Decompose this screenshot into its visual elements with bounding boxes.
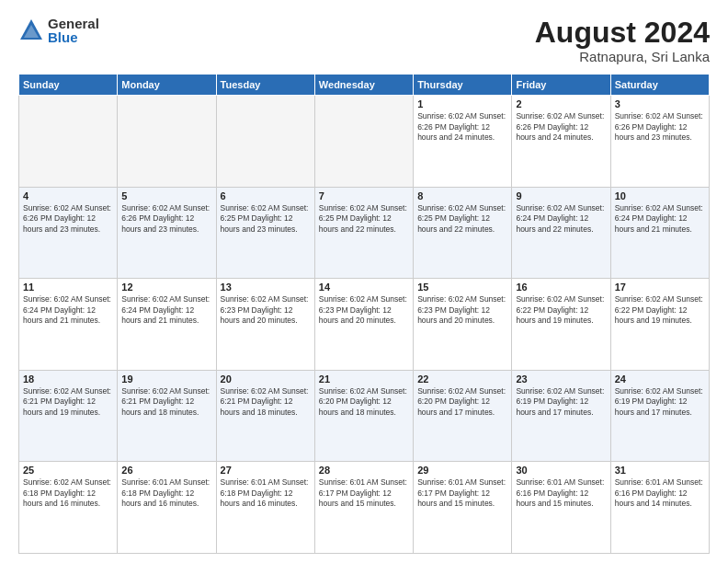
logo-icon: [18, 17, 44, 43]
calendar-body: 1Sunrise: 6:02 AM Sunset: 6:26 PM Daylig…: [19, 96, 710, 554]
day-number: 13: [221, 282, 311, 293]
day-number: 10: [615, 190, 705, 201]
day-info: Sunrise: 6:02 AM Sunset: 6:20 PM Dayligh…: [319, 386, 409, 418]
day-info: Sunrise: 6:02 AM Sunset: 6:19 PM Dayligh…: [615, 386, 705, 418]
table-row: 10Sunrise: 6:02 AM Sunset: 6:24 PM Dayli…: [610, 187, 709, 279]
main-title: August 2024: [535, 17, 710, 49]
day-number: 3: [615, 98, 705, 109]
day-number: 16: [516, 282, 606, 293]
day-number: 26: [121, 465, 211, 476]
day-info: Sunrise: 6:02 AM Sunset: 6:18 PM Dayligh…: [23, 477, 113, 509]
day-number: 23: [516, 373, 606, 385]
calendar: Sunday Monday Tuesday Wednesday Thursday…: [18, 74, 710, 554]
day-info: Sunrise: 6:02 AM Sunset: 6:24 PM Dayligh…: [615, 203, 705, 235]
day-info: Sunrise: 6:01 AM Sunset: 6:18 PM Dayligh…: [121, 477, 211, 509]
day-info: Sunrise: 6:02 AM Sunset: 6:21 PM Dayligh…: [23, 386, 113, 418]
day-number: 14: [319, 282, 409, 293]
day-number: 27: [221, 465, 311, 476]
table-row: 3Sunrise: 6:02 AM Sunset: 6:26 PM Daylig…: [610, 96, 709, 188]
table-row: 30Sunrise: 6:01 AM Sunset: 6:16 PM Dayli…: [512, 462, 610, 554]
day-info: Sunrise: 6:01 AM Sunset: 6:17 PM Dayligh…: [319, 477, 409, 509]
table-row: 28Sunrise: 6:01 AM Sunset: 6:17 PM Dayli…: [314, 462, 413, 554]
day-info: Sunrise: 6:02 AM Sunset: 6:24 PM Dayligh…: [121, 294, 211, 326]
col-tuesday: Tuesday: [216, 75, 314, 96]
day-info: Sunrise: 6:02 AM Sunset: 6:25 PM Dayligh…: [319, 203, 409, 235]
day-info: Sunrise: 6:02 AM Sunset: 6:22 PM Dayligh…: [516, 294, 606, 326]
col-saturday: Saturday: [610, 75, 709, 96]
day-number: 25: [23, 465, 113, 476]
calendar-week-5: 25Sunrise: 6:02 AM Sunset: 6:18 PM Dayli…: [19, 462, 710, 554]
logo-blue: Blue: [48, 30, 99, 44]
header: General Blue August 2024 Ratnapura, Sri …: [18, 17, 710, 64]
day-number: 5: [121, 190, 211, 201]
header-row: Sunday Monday Tuesday Wednesday Thursday…: [19, 75, 710, 96]
day-info: Sunrise: 6:02 AM Sunset: 6:21 PM Dayligh…: [221, 386, 311, 418]
day-info: Sunrise: 6:02 AM Sunset: 6:25 PM Dayligh…: [417, 203, 507, 235]
table-row: 4Sunrise: 6:02 AM Sunset: 6:26 PM Daylig…: [19, 187, 118, 279]
calendar-week-3: 11Sunrise: 6:02 AM Sunset: 6:24 PM Dayli…: [19, 279, 710, 371]
day-info: Sunrise: 6:01 AM Sunset: 6:16 PM Dayligh…: [615, 477, 705, 509]
day-number: 24: [615, 373, 705, 385]
table-row: [19, 96, 118, 188]
table-row: 1Sunrise: 6:02 AM Sunset: 6:26 PM Daylig…: [414, 96, 512, 188]
day-number: 7: [319, 190, 409, 201]
day-info: Sunrise: 6:02 AM Sunset: 6:19 PM Dayligh…: [516, 386, 606, 418]
day-info: Sunrise: 6:02 AM Sunset: 6:26 PM Dayligh…: [417, 111, 507, 143]
page: General Blue August 2024 Ratnapura, Sri …: [0, 0, 728, 563]
day-info: Sunrise: 6:01 AM Sunset: 6:16 PM Dayligh…: [516, 477, 606, 509]
day-info: Sunrise: 6:02 AM Sunset: 6:26 PM Dayligh…: [516, 111, 606, 143]
day-number: 4: [23, 190, 113, 201]
table-row: 6Sunrise: 6:02 AM Sunset: 6:25 PM Daylig…: [216, 187, 314, 279]
logo-text: General Blue: [48, 17, 99, 44]
day-number: 29: [417, 465, 507, 476]
day-info: Sunrise: 6:02 AM Sunset: 6:24 PM Dayligh…: [516, 203, 606, 235]
day-number: 9: [516, 190, 606, 201]
day-number: 18: [23, 373, 113, 385]
day-number: 28: [319, 465, 409, 476]
table-row: 13Sunrise: 6:02 AM Sunset: 6:23 PM Dayli…: [216, 279, 314, 371]
table-row: 9Sunrise: 6:02 AM Sunset: 6:24 PM Daylig…: [512, 187, 610, 279]
day-info: Sunrise: 6:02 AM Sunset: 6:23 PM Dayligh…: [319, 294, 409, 326]
table-row: 24Sunrise: 6:02 AM Sunset: 6:19 PM Dayli…: [610, 370, 709, 462]
day-number: 22: [417, 373, 507, 385]
table-row: 31Sunrise: 6:01 AM Sunset: 6:16 PM Dayli…: [610, 462, 709, 554]
day-info: Sunrise: 6:01 AM Sunset: 6:18 PM Dayligh…: [221, 477, 311, 509]
day-info: Sunrise: 6:02 AM Sunset: 6:26 PM Dayligh…: [23, 203, 113, 235]
table-row: 20Sunrise: 6:02 AM Sunset: 6:21 PM Dayli…: [216, 370, 314, 462]
day-number: 11: [23, 282, 113, 293]
day-number: 20: [221, 373, 311, 385]
table-row: 17Sunrise: 6:02 AM Sunset: 6:22 PM Dayli…: [610, 279, 709, 371]
col-sunday: Sunday: [19, 75, 118, 96]
day-info: Sunrise: 6:02 AM Sunset: 6:25 PM Dayligh…: [221, 203, 311, 235]
table-row: 11Sunrise: 6:02 AM Sunset: 6:24 PM Dayli…: [19, 279, 118, 371]
day-info: Sunrise: 6:01 AM Sunset: 6:17 PM Dayligh…: [417, 477, 507, 509]
table-row: 12Sunrise: 6:02 AM Sunset: 6:24 PM Dayli…: [118, 279, 216, 371]
table-row: 14Sunrise: 6:02 AM Sunset: 6:23 PM Dayli…: [314, 279, 413, 371]
day-number: 31: [615, 465, 705, 476]
table-row: 29Sunrise: 6:01 AM Sunset: 6:17 PM Dayli…: [414, 462, 512, 554]
table-row: 23Sunrise: 6:02 AM Sunset: 6:19 PM Dayli…: [512, 370, 610, 462]
table-row: [118, 96, 216, 188]
table-row: 5Sunrise: 6:02 AM Sunset: 6:26 PM Daylig…: [118, 187, 216, 279]
day-number: 30: [516, 465, 606, 476]
day-info: Sunrise: 6:02 AM Sunset: 6:26 PM Dayligh…: [121, 203, 211, 235]
col-monday: Monday: [118, 75, 216, 96]
day-number: 1: [417, 98, 507, 109]
table-row: 22Sunrise: 6:02 AM Sunset: 6:20 PM Dayli…: [414, 370, 512, 462]
day-info: Sunrise: 6:02 AM Sunset: 6:23 PM Dayligh…: [221, 294, 311, 326]
col-thursday: Thursday: [414, 75, 512, 96]
table-row: 15Sunrise: 6:02 AM Sunset: 6:23 PM Dayli…: [414, 279, 512, 371]
table-row: [314, 96, 413, 188]
table-row: 26Sunrise: 6:01 AM Sunset: 6:18 PM Dayli…: [118, 462, 216, 554]
calendar-week-2: 4Sunrise: 6:02 AM Sunset: 6:26 PM Daylig…: [19, 187, 710, 279]
table-row: 18Sunrise: 6:02 AM Sunset: 6:21 PM Dayli…: [19, 370, 118, 462]
day-number: 15: [417, 282, 507, 293]
day-number: 19: [121, 373, 211, 385]
table-row: 16Sunrise: 6:02 AM Sunset: 6:22 PM Dayli…: [512, 279, 610, 371]
table-row: 25Sunrise: 6:02 AM Sunset: 6:18 PM Dayli…: [19, 462, 118, 554]
day-number: 12: [121, 282, 211, 293]
day-info: Sunrise: 6:02 AM Sunset: 6:20 PM Dayligh…: [417, 386, 507, 418]
table-row: 21Sunrise: 6:02 AM Sunset: 6:20 PM Dayli…: [314, 370, 413, 462]
day-number: 17: [615, 282, 705, 293]
day-number: 6: [221, 190, 311, 201]
